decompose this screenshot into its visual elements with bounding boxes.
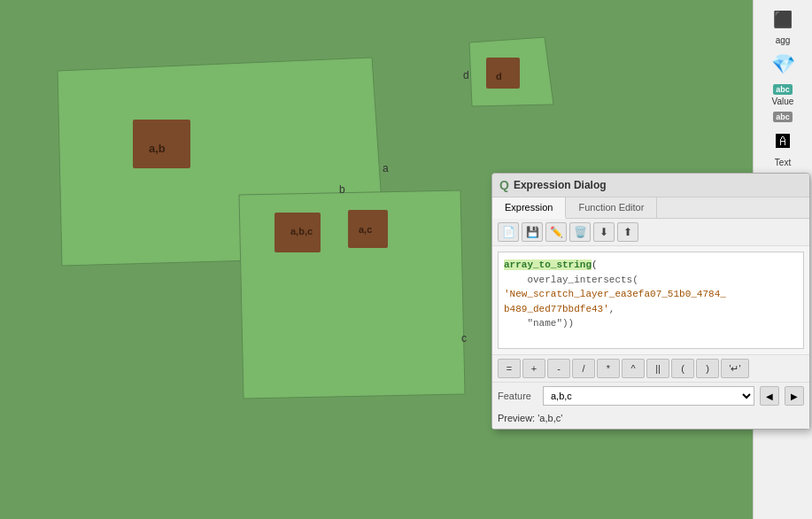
prev-feature-button[interactable]: ◀ xyxy=(760,386,779,406)
label-d: d xyxy=(463,69,469,81)
agg-icon[interactable]: ⬛ xyxy=(769,5,797,34)
q-icon: Q xyxy=(499,178,509,192)
label-d-small: d xyxy=(496,71,502,81)
op-close-paren[interactable]: ) xyxy=(696,359,719,378)
func-name: array_to_string xyxy=(504,260,592,270)
new-button[interactable]: 📄 xyxy=(498,222,519,242)
tab-expression[interactable]: Expression xyxy=(492,198,566,219)
op-plus[interactable]: + xyxy=(522,359,545,378)
op-divide[interactable]: / xyxy=(572,359,595,378)
edit-button[interactable]: ✏️ xyxy=(545,222,567,242)
code-string: 'New_scratch_layer_ea3efa07_51b0_4784_ xyxy=(504,289,726,299)
label-abc-left: a,b,c xyxy=(290,226,313,236)
text-icon[interactable]: 🅰 xyxy=(769,128,797,156)
label-ac: a,c xyxy=(359,224,372,235)
label-a: a xyxy=(383,162,389,174)
gem-icon[interactable]: 💎 xyxy=(769,50,797,79)
dialog-tabs: Expression Function Editor xyxy=(492,198,809,219)
svg-rect-6 xyxy=(486,58,520,89)
code-name: "name")) xyxy=(504,318,574,329)
panel-item-gem[interactable]: 💎 xyxy=(754,49,812,81)
label-b: b xyxy=(339,183,345,196)
preview-label: Preview: xyxy=(498,413,535,423)
panel-item-abc[interactable]: abc xyxy=(754,110,812,124)
op-concat[interactable]: || xyxy=(646,359,669,378)
feature-select[interactable]: a,b,c a,b d xyxy=(543,386,754,406)
label-ab: a,b xyxy=(149,142,166,155)
code-comma: , xyxy=(609,304,615,314)
panel-item-value[interactable]: abc Value xyxy=(754,82,812,108)
label-c: c xyxy=(461,332,467,345)
code-string2: b489_ded77bbdfe43' xyxy=(504,304,609,314)
dialog-toolbar: 📄 💾 ✏️ 🗑️ ⬇ ⬆ xyxy=(492,219,809,246)
abc-value-badge: abc xyxy=(773,84,793,95)
feature-label: Feature xyxy=(498,391,537,401)
op-newline[interactable]: '↵' xyxy=(721,359,749,378)
abc-icon: abc xyxy=(773,112,793,122)
preview-row: Preview: 'a,b,c' xyxy=(492,409,809,429)
value-label: Value xyxy=(772,97,794,106)
dialog-title: Expression Dialog xyxy=(514,179,607,191)
export-button[interactable]: ⬆ xyxy=(617,222,638,242)
save-button[interactable]: 💾 xyxy=(522,222,543,242)
delete-button[interactable]: 🗑️ xyxy=(569,222,591,242)
operators-row: = + - / * ^ || ( ) '↵' xyxy=(492,354,809,382)
open-paren: ( xyxy=(592,260,598,270)
op-open-paren[interactable]: ( xyxy=(671,359,694,378)
op-multiply[interactable]: * xyxy=(597,359,620,378)
panel-item-agg[interactable]: ⬛ agg xyxy=(754,4,812,47)
code-inner: overlay_intersects( xyxy=(504,275,638,285)
op-minus[interactable]: - xyxy=(547,359,570,378)
expression-dialog: Q Expression Dialog Expression Function … xyxy=(491,173,810,430)
import-button[interactable]: ⬇ xyxy=(593,222,615,242)
preview-value: 'a,b,c' xyxy=(537,413,562,423)
op-power[interactable]: ^ xyxy=(622,359,645,378)
agg-label: agg xyxy=(776,35,791,45)
op-equals[interactable]: = xyxy=(498,359,521,378)
code-editor[interactable]: array_to_string( overlay_intersects( 'Ne… xyxy=(498,252,804,349)
feature-row: Feature a,b,c a,b d ◀ ▶ xyxy=(492,382,809,409)
text-label: Text xyxy=(775,158,791,167)
dialog-titlebar: Q Expression Dialog xyxy=(492,174,809,198)
tab-function-editor[interactable]: Function Editor xyxy=(566,198,657,218)
next-feature-button[interactable]: ▶ xyxy=(785,386,804,406)
panel-item-text[interactable]: 🅰 Text xyxy=(754,126,812,169)
